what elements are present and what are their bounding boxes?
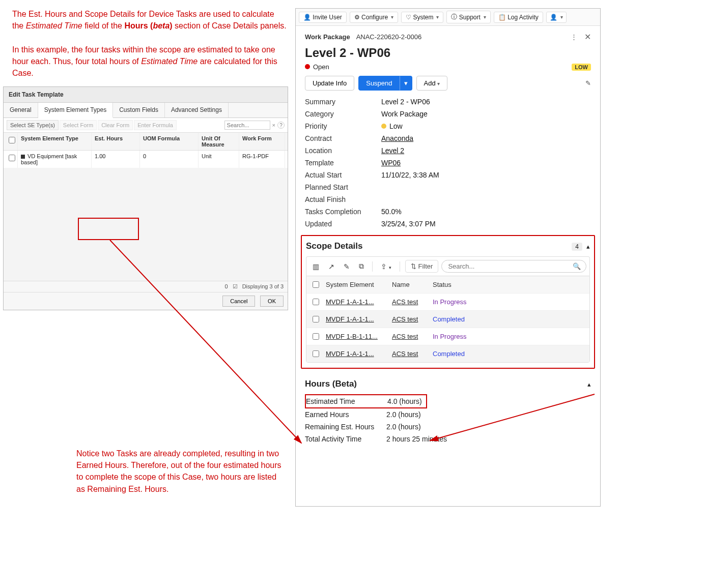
- invite-user-button[interactable]: 👤 Invite User: [299, 12, 347, 23]
- open-icon[interactable]: ↗: [325, 260, 337, 273]
- scope-search-input[interactable]: [447, 262, 573, 271]
- hours-row: Estimated Time4.0 (hours): [305, 394, 427, 408]
- clipboard-icon: 📋: [498, 14, 506, 21]
- tab-advanced-settings[interactable]: Advanced Settings: [165, 103, 229, 117]
- edit-icon[interactable]: ✎: [341, 260, 353, 273]
- status-value: Completed: [433, 350, 465, 358]
- field-label: Planned Start: [305, 183, 381, 191]
- cancel-button[interactable]: Cancel: [222, 296, 255, 307]
- select-form-button[interactable]: Select Form: [60, 120, 97, 130]
- field-label: Updated: [305, 220, 381, 228]
- field-row: Actual Finish: [305, 193, 591, 205]
- col-unit-of-measure[interactable]: Unit Of Measure: [199, 133, 239, 150]
- hours-title: Hours (Beta): [305, 379, 357, 389]
- configure-button[interactable]: ⚙ Configure▾: [350, 12, 398, 23]
- field-label: Actual Finish: [305, 195, 381, 203]
- col-status[interactable]: Status: [429, 277, 480, 292]
- field-label: Template: [305, 159, 381, 167]
- tab-general[interactable]: General: [4, 103, 38, 117]
- caret-down-icon: ▾: [436, 14, 439, 20]
- row-checkbox[interactable]: [9, 155, 15, 161]
- user-icon: 👤: [550, 14, 557, 21]
- field-value: Low: [381, 122, 591, 130]
- filter-button[interactable]: ⇅ Filter: [405, 260, 439, 273]
- field-value: Work Package: [381, 110, 591, 118]
- row-checkbox[interactable]: [313, 333, 319, 340]
- suspend-dropdown-button[interactable]: ▾: [400, 76, 412, 91]
- field-value[interactable]: Level 2: [381, 146, 591, 155]
- field-label: Tasks Completion: [305, 208, 381, 216]
- select-all-checkbox[interactable]: [9, 137, 15, 143]
- edit-pencil-icon[interactable]: ✎: [585, 79, 591, 87]
- collapse-icon[interactable]: ▴: [586, 243, 590, 250]
- row-set-value: VD Equipment [task based]: [21, 153, 77, 165]
- scope-search[interactable]: 🔍: [441, 260, 586, 273]
- enter-formula-button[interactable]: Enter Formula: [134, 120, 177, 130]
- log-activity-button[interactable]: 📋 Log Activity: [494, 12, 543, 23]
- scope-toolbar: ▥ ↗ ✎ ⧉ ⇪ ▾ ⇅ Filter 🔍: [306, 256, 590, 276]
- tab-system-element-types[interactable]: System Element Types: [38, 103, 114, 118]
- close-icon[interactable]: ✕: [584, 32, 591, 42]
- row-checkbox[interactable]: [313, 316, 319, 322]
- search-icon[interactable]: 🔍: [573, 262, 581, 270]
- name-link[interactable]: ACS test: [392, 333, 418, 340]
- status-value: Completed: [433, 315, 465, 323]
- tab-custom-fields[interactable]: Custom Fields: [113, 103, 165, 117]
- field-value: Level 2 - WP06: [381, 98, 591, 106]
- hours-section: Hours (Beta) ▴ Estimated Time4.0 (hours)…: [301, 374, 595, 450]
- col-work-form[interactable]: Work Form: [239, 133, 285, 150]
- annotation-bottom: Notice two Tasks are already completed, …: [76, 448, 285, 495]
- edit-search-input[interactable]: [224, 121, 270, 130]
- columns-icon[interactable]: ▥: [309, 260, 322, 273]
- system-element-link[interactable]: MVDF 1-A-1-1...: [326, 298, 374, 306]
- col-uom-formula[interactable]: UOM Formula: [140, 133, 199, 150]
- row-checkbox[interactable]: [313, 299, 319, 305]
- caret-down-icon: ▾: [484, 14, 486, 20]
- more-icon[interactable]: ⋮: [571, 33, 577, 41]
- col-system-element-type[interactable]: System Element Type: [18, 133, 92, 150]
- col-est-hours[interactable]: Est. Hours: [92, 133, 140, 150]
- system-button[interactable]: ♡ System▾: [401, 12, 443, 23]
- name-link[interactable]: ACS test: [392, 350, 418, 358]
- system-element-link[interactable]: MVDF 1-A-1-1...: [326, 350, 374, 358]
- select-se-types-button[interactable]: Select SE Type(s): [7, 120, 59, 130]
- col-system-element[interactable]: System Element: [322, 277, 388, 292]
- field-row: CategoryWork Package: [305, 108, 591, 120]
- col-name[interactable]: Name: [388, 277, 429, 292]
- field-value: 50.0%: [381, 208, 591, 216]
- suspend-button[interactable]: Suspend: [358, 76, 400, 91]
- ok-button[interactable]: OK: [260, 296, 284, 307]
- system-element-link[interactable]: MVDF 1-A-1-1...: [326, 315, 374, 323]
- duplicate-icon[interactable]: ⧉: [356, 260, 367, 273]
- user-menu-button[interactable]: 👤▾: [546, 12, 567, 23]
- system-element-link[interactable]: MVDF 1-B-1-11...: [326, 333, 378, 340]
- row-uomf-value: 0: [140, 151, 199, 168]
- field-label: Category: [305, 110, 381, 118]
- name-link[interactable]: ACS test: [392, 298, 418, 306]
- help-icon[interactable]: ?: [277, 122, 285, 129]
- field-value[interactable]: Anaconda: [381, 134, 591, 142]
- field-row: Actual Start11/10/22, 3:38 AM: [305, 169, 591, 181]
- scope-row[interactable]: MVDF 1-A-1-1...ACS testCompleted: [306, 345, 589, 362]
- support-button[interactable]: ⓘ Support▾: [446, 11, 490, 23]
- clear-search-icon[interactable]: ×: [272, 122, 275, 128]
- field-label: Summary: [305, 98, 381, 106]
- export-icon[interactable]: ⇪ ▾: [378, 260, 394, 273]
- edit-grid-row[interactable]: VD Equipment [task based] 1.00 0 Unit RG…: [4, 151, 288, 168]
- row-checkbox[interactable]: [313, 350, 319, 357]
- caret-down-icon: ▾: [437, 81, 440, 86]
- clear-form-button[interactable]: Clear Form: [98, 120, 133, 130]
- scope-row[interactable]: MVDF 1-A-1-1...ACS testCompleted: [306, 310, 589, 328]
- scope-row[interactable]: MVDF 1-A-1-1...ACS testIn Progress: [306, 293, 589, 310]
- field-label: Actual Start: [305, 171, 381, 179]
- hours-row: Earned Hours2.0 (hours): [305, 408, 591, 421]
- hours-value: 2 hours 25 minutes: [386, 435, 591, 443]
- scope-row[interactable]: MVDF 1-B-1-11...ACS testIn Progress: [306, 328, 589, 345]
- field-value[interactable]: WP06: [381, 159, 591, 167]
- collapse-icon[interactable]: ▴: [587, 380, 591, 388]
- status-value: In Progress: [433, 333, 466, 340]
- scope-select-all[interactable]: [313, 281, 319, 288]
- update-info-button[interactable]: Update Info: [305, 76, 354, 91]
- add-button[interactable]: Add ▾: [416, 76, 448, 91]
- name-link[interactable]: ACS test: [392, 315, 418, 323]
